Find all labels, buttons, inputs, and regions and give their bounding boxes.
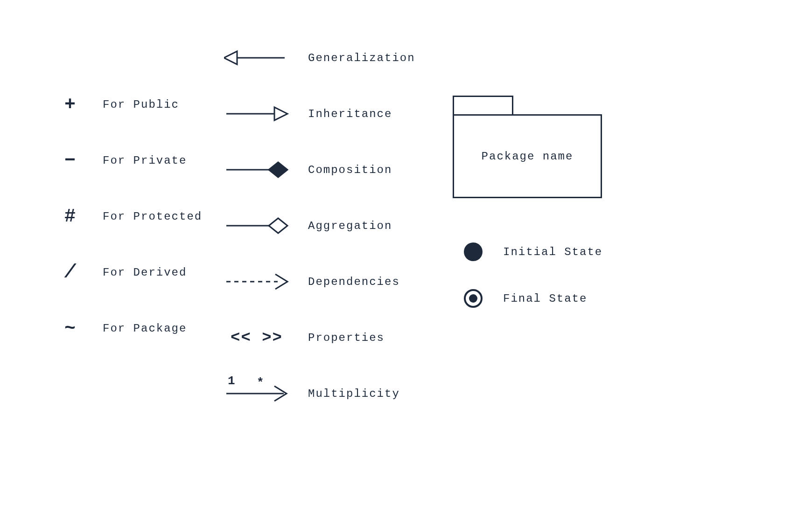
relation-composition: Composition (224, 159, 415, 181)
relation-inheritance-label: Inheritance (308, 108, 392, 120)
package-body: Package name (453, 114, 602, 198)
relation-properties-label: Properties (308, 332, 385, 344)
visibility-private-label: For Private (103, 154, 187, 167)
relation-generalization: Generalization (224, 47, 415, 69)
visibility-protected-label: For Protected (103, 210, 202, 223)
initial-state-label: Initial State (503, 246, 602, 258)
visibility-private: − For Private (56, 149, 202, 172)
dependencies-arrow-icon (224, 270, 289, 293)
minus-icon: − (56, 150, 84, 171)
relation-dependencies-label: Dependencies (308, 276, 400, 288)
initial-state-icon (464, 242, 483, 261)
visibility-public: + For Public (56, 93, 202, 116)
multiplicity-left: 1 (228, 374, 235, 388)
visibility-derived-label: For Derived (103, 266, 187, 279)
final-state-label: Final State (503, 292, 587, 305)
visibility-derived: / For Derived (56, 261, 202, 284)
plus-icon: + (56, 94, 84, 115)
stereotype-brackets-icon: << >> (224, 329, 289, 346)
package-symbol: Package name (453, 96, 602, 198)
multiplicity-right: * (257, 376, 264, 390)
composition-diamond-icon (224, 159, 289, 181)
relation-inheritance: Inheritance (224, 103, 415, 125)
package-tab (453, 96, 513, 114)
relation-generalization-label: Generalization (308, 52, 415, 64)
hash-icon: # (56, 206, 84, 227)
final-state-icon (464, 289, 483, 308)
inheritance-arrow-icon (224, 103, 289, 125)
aggregation-diamond-icon (224, 214, 289, 237)
visibility-column: + For Public − For Private # For Protect… (56, 93, 202, 373)
relation-aggregation: Aggregation (224, 214, 415, 237)
slash-icon: / (56, 262, 84, 283)
package-label: Package name (482, 150, 574, 163)
visibility-package-label: For Package (103, 322, 187, 335)
relation-composition-label: Composition (308, 164, 392, 176)
relation-aggregation-label: Aggregation (308, 220, 392, 232)
relation-multiplicity-label: Multiplicity (308, 387, 400, 400)
visibility-package: ~ For Package (56, 317, 202, 339)
visibility-public-label: For Public (103, 98, 179, 111)
svg-marker-5 (269, 162, 287, 177)
relation-multiplicity: 1 * Multiplicity (224, 382, 415, 405)
final-state: Final State (462, 289, 602, 308)
states-column: Initial State Final State (462, 242, 602, 336)
tilde-icon: ~ (56, 318, 84, 339)
svg-marker-1 (224, 51, 237, 64)
svg-marker-3 (274, 107, 287, 120)
multiplicity-arrow-icon: 1 * (224, 382, 289, 405)
svg-marker-7 (269, 218, 287, 233)
initial-state: Initial State (462, 242, 602, 261)
visibility-protected: # For Protected (56, 205, 202, 228)
generalization-arrow-icon (224, 47, 289, 69)
relations-column: Generalization Inheritance Composition A… (224, 47, 415, 438)
relation-dependencies: Dependencies (224, 270, 415, 293)
relation-properties: << >> Properties (224, 326, 415, 349)
